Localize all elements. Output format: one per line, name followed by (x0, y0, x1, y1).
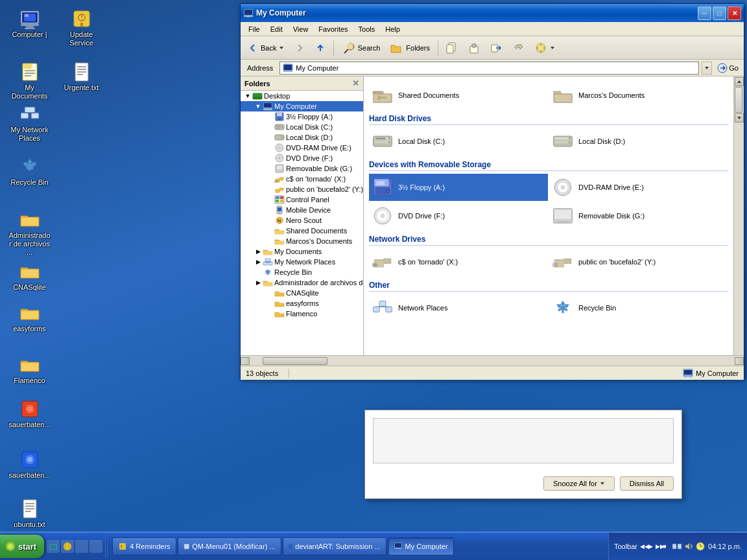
content-item-local-c[interactable]: Local Disk (C:) (369, 128, 548, 155)
tree-my-documents[interactable]: ▶ My Documents (241, 246, 363, 257)
tree-dvdram[interactable]: DVD-RAM Drive (E:) (241, 143, 363, 153)
taskbar-deviantart[interactable]: deviantART: Submission ... (283, 537, 386, 555)
minimize-button[interactable]: ─ (698, 6, 711, 20)
tree-control-panel[interactable]: Control Panel (241, 194, 363, 205)
address-field[interactable]: My Computer (279, 62, 699, 75)
paste-button[interactable] (464, 38, 484, 58)
tree-nero[interactable]: N Nero Scout (241, 215, 363, 226)
tree-removable[interactable]: Removable Disk (G:) (241, 163, 363, 174)
menu-view[interactable]: View (288, 24, 314, 34)
snooze-all-button[interactable]: Snooze All for (543, 476, 615, 491)
start-button[interactable]: start (0, 535, 44, 558)
desktop-icon-cnasqlite[interactable]: CNASqlite (5, 258, 54, 295)
back-button[interactable]: Back (243, 38, 289, 58)
tree-desktop[interactable]: ▼ Desktop (241, 91, 363, 101)
desktop-icon-sauerbaten1[interactable]: sauerbaten... (5, 395, 54, 432)
tray-icon-1[interactable] (672, 541, 682, 552)
tree-floppy[interactable]: 3½ Floppy (A:) (241, 111, 363, 122)
desktop-icon-my-computer[interactable]: Computer | (5, 5, 54, 42)
menu-file[interactable]: File (243, 24, 265, 34)
desktop-icon-administrador[interactable]: Administrador de archivos ... (5, 206, 54, 261)
content-item-shared-docs[interactable]: Shared Documents (369, 82, 548, 109)
media-next[interactable]: ▶▶ (656, 542, 662, 551)
tree-local-c[interactable]: Local Disk (C:) (241, 122, 363, 132)
content-item-floppy[interactable]: 3½ Floppy (A:) (369, 174, 548, 201)
horizontal-scrollbar[interactable] (241, 355, 744, 366)
tree-cna[interactable]: CNASqlite (241, 288, 363, 298)
toolbar-label[interactable]: Toolbar (614, 542, 637, 550)
menu-tools[interactable]: Tools (353, 24, 381, 34)
address-dropdown[interactable] (702, 62, 712, 75)
taskbar-qmmenu[interactable]: QM-Menu01 (Modificar) ... (178, 537, 281, 555)
tray-icon-3[interactable] (695, 541, 706, 552)
window-titlebar[interactable]: My Computer ─ □ ✕ (241, 4, 744, 22)
desktop-icon-sauerbaten2[interactable]: sauerbaten... (5, 446, 54, 483)
ql-icon3[interactable] (75, 540, 88, 553)
tree-admin[interactable]: ▶ Administrador de archivos de Sor (241, 277, 363, 288)
hscroll-thumb[interactable] (263, 357, 327, 365)
tree-mobile[interactable]: Mobile Device (241, 205, 363, 215)
media-prev[interactable]: ◀◀ (640, 542, 648, 551)
content-item-removable-g[interactable]: Removable Disk (G:) (549, 202, 728, 229)
tree-marcos-docs[interactable]: Marcos's Documents (241, 236, 363, 246)
content-item-recycle[interactable]: Recycle Bin (549, 294, 728, 321)
forward-button[interactable] (290, 38, 309, 58)
desktop-icon-ubuntu[interactable]: ubuntu.txt (5, 495, 54, 531)
tree-recycle[interactable]: Recycle Bin (241, 267, 363, 277)
tray-icon-2[interactable] (683, 541, 694, 552)
hscroll-right-btn[interactable] (735, 357, 744, 365)
desktop-icon-urgente[interactable]: Urgente.txt (57, 58, 106, 95)
tree-flamenco[interactable]: Flamenco (241, 309, 363, 319)
content-item-bucefalo[interactable]: public on 'bucefalo2' (Y:) (549, 248, 728, 275)
content-item-network-places[interactable]: Network Places (369, 294, 548, 321)
tree-shared-docs[interactable]: Shared Documents (241, 226, 363, 236)
content-item-dvdram[interactable]: DVD-RAM Drive (E:) (549, 174, 728, 201)
tree-local-d[interactable]: Local Disk (D:) (241, 132, 363, 143)
ql-show-desktop[interactable] (47, 540, 60, 553)
content-item-tornado[interactable]: c$ on 'tornado' (X:) (369, 248, 548, 275)
undo-button[interactable] (508, 38, 528, 58)
up-button[interactable] (311, 38, 330, 58)
desktop-icon-update-service[interactable]: Update Service (57, 5, 106, 51)
maximize-button[interactable]: □ (713, 6, 726, 20)
popup-text-area[interactable] (373, 418, 674, 463)
tree-easy[interactable]: easyforms (241, 298, 363, 309)
scroll-down-btn[interactable] (735, 113, 744, 122)
menu-edit[interactable]: Edit (265, 24, 288, 34)
folders-close[interactable]: ✕ (352, 78, 359, 88)
tree-net-x[interactable]: c$ on 'tornado' (X:) (241, 174, 363, 184)
tree-network-places[interactable]: ▶ My Network Places (241, 257, 363, 267)
go-button[interactable]: Go (715, 63, 741, 73)
tree-net-y[interactable]: public on 'bucefalo2' (Y:) (241, 184, 363, 194)
desktop-icon-easyforms[interactable]: easyforms (5, 299, 54, 336)
tree-my-computer[interactable]: ▼ My Computer (241, 101, 363, 111)
desktop-icon-network[interactable]: My Network Places (5, 100, 54, 146)
content-item-dvd-f[interactable]: DVD Drive (F:) (369, 202, 548, 229)
content-scrollbar[interactable] (733, 76, 744, 355)
taskbar-reminders[interactable]: ! 4 Reminders (112, 537, 176, 555)
menu-favorites[interactable]: Favorites (313, 24, 353, 34)
views-button[interactable] (530, 38, 560, 58)
content-item-marcos-docs[interactable]: Marcos's Documents (549, 82, 728, 109)
desktop-icon-recycle[interactable]: Recycle Bin (5, 153, 54, 190)
menu-help[interactable]: Help (380, 24, 405, 34)
scroll-up-btn[interactable] (735, 77, 744, 86)
copy-button[interactable] (442, 38, 462, 58)
move-button[interactable] (486, 38, 506, 58)
search-button[interactable]: Search (337, 38, 385, 58)
media-play[interactable]: ▶ (648, 542, 655, 551)
scroll-thumb[interactable] (735, 87, 742, 113)
tree-dvd-f[interactable]: DVD Drive (F:) (241, 153, 363, 163)
desktop-icon-flamenco[interactable]: Flamenco (5, 351, 54, 388)
scroll-track[interactable] (734, 87, 744, 113)
ql-icon4[interactable] (89, 540, 102, 553)
close-button[interactable]: ✕ (728, 6, 741, 20)
desktop-icon-my-documents[interactable]: My Documents (5, 58, 54, 104)
ql-browser[interactable] (61, 540, 74, 553)
taskbar-mycomputer[interactable]: My Computer (388, 537, 454, 555)
dismiss-all-button[interactable]: Dismiss All (620, 476, 674, 491)
folders-button[interactable]: Folders (386, 38, 434, 58)
media-stop[interactable]: ■ (663, 542, 669, 551)
hscroll-left-btn[interactable] (241, 357, 250, 365)
content-item-local-d[interactable]: Local Disk (D:) (549, 128, 728, 155)
